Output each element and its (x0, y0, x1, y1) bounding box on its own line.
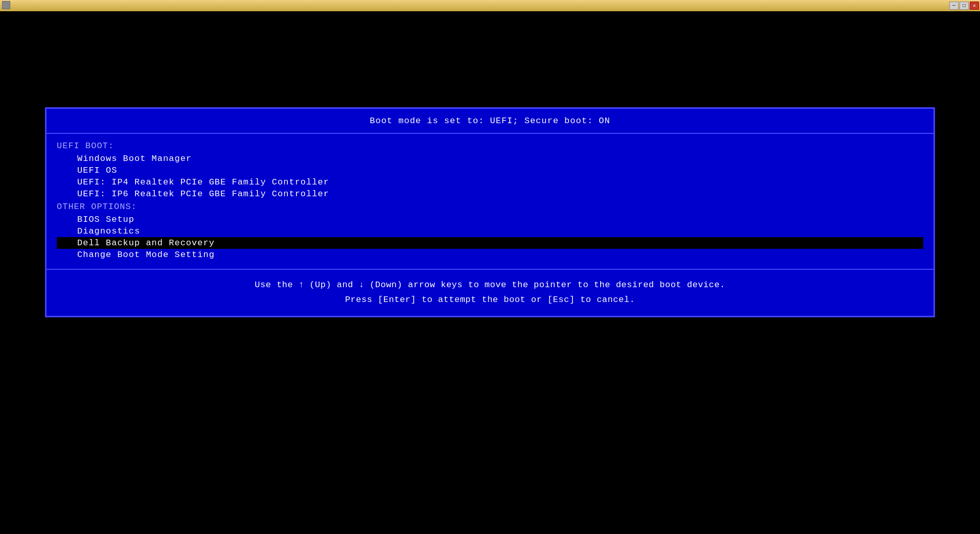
bios-footer: Use the ↑ (Up) and ↓ (Down) arrow keys t… (47, 270, 933, 316)
boot-item-change-boot-mode[interactable]: Change Boot Mode Setting (57, 249, 923, 261)
other-section-label: OTHER OPTIONS: (57, 202, 923, 212)
bios-dialog: Boot mode is set to: UEFI; Secure boot: … (45, 107, 935, 317)
window-titlebar: ─ □ ✕ (0, 0, 980, 11)
restore-button[interactable]: □ (960, 2, 969, 10)
boot-item-ip6[interactable]: UEFI: IP6 Realtek PCIe GBE Family Contro… (57, 188, 923, 200)
boot-item-diagnostics[interactable]: Diagnostics (57, 225, 923, 237)
footer-line-2: Press [Enter] to attempt the boot or [Es… (57, 293, 923, 308)
boot-item-bios-setup[interactable]: BIOS Setup (57, 214, 923, 225)
boot-mode-status: Boot mode is set to: UEFI; Secure boot: … (370, 116, 610, 126)
footer-line-1: Use the ↑ (Up) and ↓ (Down) arrow keys t… (57, 278, 923, 293)
boot-item-ip4[interactable]: UEFI: IP4 Realtek PCIe GBE Family Contro… (57, 176, 923, 188)
uefi-section-label: UEFI BOOT: (57, 141, 923, 151)
window-controls[interactable]: ─ □ ✕ (949, 2, 979, 10)
window-icon (2, 1, 10, 9)
minimize-button[interactable]: ─ (949, 2, 959, 10)
boot-item-uefi-os[interactable]: UEFI OS (57, 165, 923, 176)
boot-item-windows[interactable]: Windows Boot Manager (57, 153, 923, 165)
close-button[interactable]: ✕ (970, 2, 979, 10)
bios-header: Boot mode is set to: UEFI; Secure boot: … (47, 109, 933, 134)
boot-item-dell-backup[interactable]: Dell Backup and Recovery (57, 237, 923, 249)
bios-body: UEFI BOOT: Windows Boot Manager UEFI OS … (47, 134, 933, 270)
